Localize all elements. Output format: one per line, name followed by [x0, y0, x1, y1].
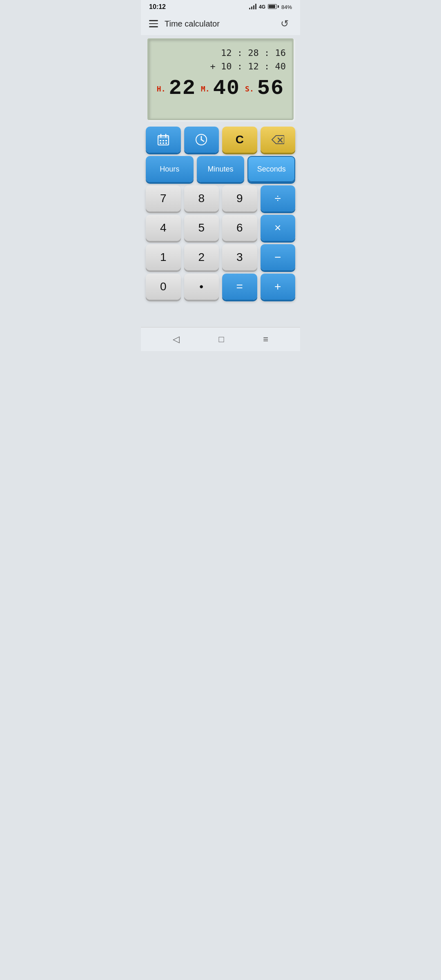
svg-rect-4: [160, 140, 161, 141]
result-display: H. 22 M. 40 S. 56: [155, 78, 286, 99]
button-2[interactable]: 2: [184, 244, 219, 270]
button-5[interactable]: 5: [184, 215, 219, 241]
clock-button[interactable]: [184, 127, 219, 153]
subtract-label: −: [274, 251, 281, 264]
equals-button[interactable]: =: [222, 274, 257, 300]
button-8[interactable]: 8: [184, 185, 219, 212]
label-6: 6: [236, 221, 243, 234]
numrow-456: 4 5 6 ×: [146, 215, 295, 241]
button-6[interactable]: 6: [222, 215, 257, 241]
divide-button[interactable]: ÷: [261, 185, 296, 212]
backspace-button[interactable]: [261, 127, 296, 153]
clear-label: C: [236, 133, 244, 146]
signal-icon: [249, 4, 256, 11]
header-left: Time calculator: [149, 19, 220, 29]
label-2: 2: [198, 251, 205, 264]
button-dot[interactable]: •: [184, 274, 219, 300]
button-3[interactable]: 3: [222, 244, 257, 270]
label-0: 0: [160, 280, 167, 293]
clock-icon: [195, 133, 208, 146]
network-type: 4G: [259, 4, 265, 10]
svg-rect-6: [165, 140, 167, 141]
home-button[interactable]: □: [218, 334, 224, 345]
multiply-button[interactable]: ×: [261, 215, 296, 241]
battery-icon: [268, 4, 279, 10]
status-icons: 4G 84%: [249, 4, 292, 11]
status-bar: 10:12 4G 84%: [141, 0, 300, 12]
label-7: 7: [160, 192, 167, 205]
app-header: Time calculator ↺: [141, 12, 300, 35]
unit-row: Hours Minutes Seconds: [146, 156, 295, 182]
divide-label: ÷: [275, 192, 281, 205]
hours-button[interactable]: Hours: [146, 156, 194, 182]
label-9: 9: [236, 192, 243, 205]
minutes-button[interactable]: Minutes: [197, 156, 245, 182]
minutes-value: 40: [213, 78, 240, 99]
svg-point-13: [201, 139, 202, 140]
battery-percent: 84%: [281, 4, 292, 10]
add-label: +: [274, 280, 281, 293]
minutes-label: M.: [201, 85, 210, 93]
numrow-789: 7 8 9 ÷: [146, 185, 295, 212]
backspace-icon: [271, 135, 284, 145]
button-1[interactable]: 1: [146, 244, 181, 270]
svg-rect-9: [165, 143, 167, 144]
label-8: 8: [198, 192, 205, 205]
history-icon: ↺: [281, 18, 289, 29]
add-button[interactable]: +: [261, 274, 296, 300]
dot-label: •: [199, 280, 203, 293]
button-0[interactable]: 0: [146, 274, 181, 300]
minutes-label: Minutes: [207, 165, 233, 174]
subtract-button[interactable]: −: [261, 244, 296, 270]
recents-button[interactable]: ≡: [263, 334, 268, 345]
bottom-nav: ◁ □ ≡: [141, 327, 300, 351]
label-5: 5: [198, 221, 205, 234]
back-button[interactable]: ◁: [173, 334, 180, 345]
history-button[interactable]: ↺: [277, 16, 292, 31]
label-1: 1: [160, 251, 167, 264]
calculator-display: 12 : 28 : 16 + 10 : 12 : 40 H. 22 M. 40 …: [147, 38, 294, 120]
calendar-icon: [157, 133, 170, 146]
input-lines: 12 : 28 : 16 + 10 : 12 : 40: [155, 46, 286, 73]
hours-value: 22: [169, 78, 196, 99]
calendar-button[interactable]: [146, 127, 181, 153]
multiply-label: ×: [274, 221, 281, 234]
menu-button[interactable]: [149, 20, 158, 27]
label-3: 3: [236, 251, 243, 264]
numrow-123: 1 2 3 −: [146, 244, 295, 270]
seconds-value: 56: [257, 78, 284, 99]
seconds-label: S.: [245, 85, 254, 93]
svg-rect-8: [163, 143, 164, 144]
keypad: C Hours Minutes Seconds 7 8 9: [141, 125, 300, 305]
equals-label: =: [236, 280, 243, 293]
clear-button[interactable]: C: [222, 127, 257, 153]
svg-rect-5: [163, 140, 164, 141]
numrow-0eq: 0 • = +: [146, 274, 295, 300]
button-7[interactable]: 7: [146, 185, 181, 212]
page-title: Time calculator: [165, 19, 220, 29]
status-time: 10:12: [149, 3, 166, 11]
hours-label: Hours: [160, 165, 179, 174]
label-4: 4: [160, 221, 167, 234]
hours-label: H.: [157, 85, 166, 93]
button-4[interactable]: 4: [146, 215, 181, 241]
button-9[interactable]: 9: [222, 185, 257, 212]
seconds-button[interactable]: Seconds: [247, 156, 295, 182]
input-line-2: + 10 : 12 : 40: [155, 60, 286, 73]
function-row: C: [146, 127, 295, 153]
svg-rect-7: [160, 143, 161, 144]
seconds-label: Seconds: [257, 165, 286, 174]
input-line-1: 12 : 28 : 16: [155, 46, 286, 60]
svg-rect-1: [158, 136, 169, 138]
